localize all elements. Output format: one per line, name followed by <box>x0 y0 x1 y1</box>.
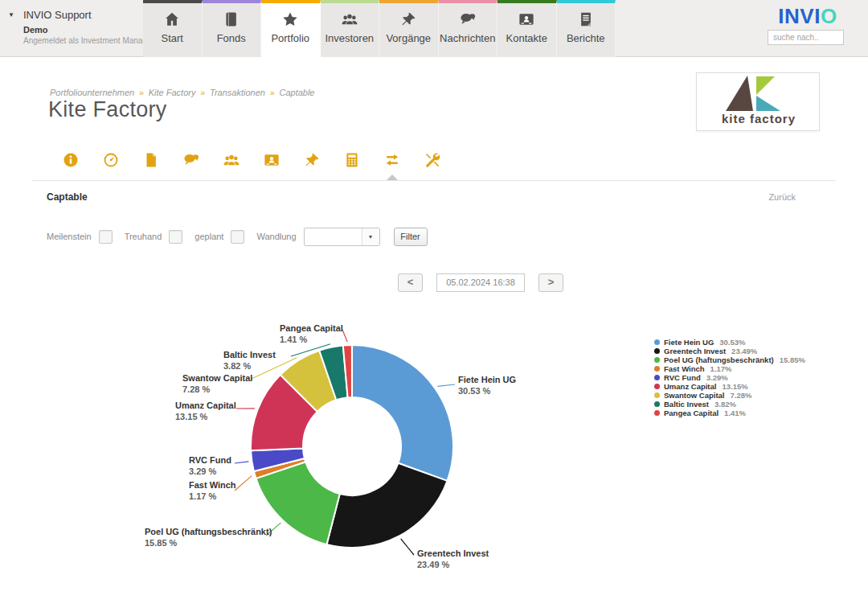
subnav-item-people[interactable] <box>223 151 240 170</box>
subnav-item-calculator[interactable] <box>343 151 361 170</box>
search-input[interactable] <box>768 30 844 45</box>
slice-label-value: 7.28 % <box>182 384 252 396</box>
legend-value: 13.15% <box>722 382 747 391</box>
legend-name: Pangea Capital <box>664 409 719 417</box>
label-connector <box>235 462 248 463</box>
slice-label-value: 23.49 % <box>417 560 489 571</box>
tab-berichte[interactable]: Berichte <box>557 0 616 57</box>
legend-item-poel-ug-haftungsbeschraenkt[interactable]: Poel UG (haftungsbeschränkt)15.85% <box>654 355 805 364</box>
tab-fonds[interactable]: Fonds <box>203 0 262 57</box>
pin-icon <box>303 158 321 171</box>
breadcrumb-separator: » <box>139 88 144 97</box>
date-navigation: < 05.02.2024 16:38 > <box>398 273 563 292</box>
legend-item-greentech-invest[interactable]: Greentech Invest23.49% <box>654 347 805 355</box>
date-next-button[interactable]: > <box>538 273 563 292</box>
account-switcher[interactable]: ▼ INVIO Support Demo Angemeldet als Inve… <box>8 9 154 45</box>
invio-logo-accent: O <box>821 4 837 28</box>
company-logo: kite factory <box>696 72 820 131</box>
star-icon <box>281 10 299 29</box>
chevron-down-icon[interactable]: ▼ <box>362 228 379 245</box>
tab-vorgaenge[interactable]: Vorgänge <box>379 0 439 57</box>
legend-value: 30.53% <box>719 338 745 347</box>
legend-value: 1.17% <box>710 364 732 373</box>
legend-marker-icon <box>654 375 660 380</box>
contact-card-icon <box>518 10 535 29</box>
slice-label-name: Umanz Capital <box>175 401 236 412</box>
slice-label-name: Fiete Hein UG <box>458 375 516 386</box>
tab-kontakte[interactable]: Kontakte <box>497 0 557 57</box>
breadcrumb-item-transaktionen[interactable]: Transaktionen <box>210 88 265 97</box>
legend-marker-icon <box>654 384 660 389</box>
exchange-icon <box>383 158 401 171</box>
breadcrumb-item-portfoliounternehmen[interactable]: Portfoliounternehmen <box>50 88 134 97</box>
donut-slice-fiete-hein-ug[interactable] <box>352 345 453 481</box>
tab-label: Kontakte <box>506 32 547 44</box>
legend-name: Fast Winch <box>664 364 705 373</box>
legend-marker-icon <box>654 410 660 416</box>
account-role-label: Angemeldet als Investment Manager <box>23 36 154 45</box>
checkbox-treuhand[interactable] <box>169 230 182 244</box>
tab-investoren[interactable]: Investoren <box>321 0 380 57</box>
legend-name: RVC Fund <box>664 373 701 382</box>
legend-item-swantow-capital[interactable]: Swantow Capital7.28% <box>654 391 805 400</box>
date-prev-button[interactable]: < <box>398 273 423 292</box>
label-connector <box>437 384 455 386</box>
slice-label-name: Swantow Capital <box>182 373 252 384</box>
app-header: ▼ INVIO Support Demo Angemeldet als Inve… <box>0 0 868 57</box>
slice-label-name: Baltic Invest <box>223 350 276 361</box>
legend-name: Poel UG (haftungsbeschränkt) <box>664 355 774 364</box>
legend-item-baltic-invest[interactable]: Baltic Invest3.82% <box>654 400 805 409</box>
slice-label-value: 1.17 % <box>189 491 236 503</box>
label-connector <box>235 476 252 491</box>
tab-start[interactable]: Start <box>143 0 203 57</box>
date-input[interactable]: 05.02.2024 16:38 <box>436 273 525 292</box>
subnav-item-exchange[interactable] <box>383 151 401 170</box>
tab-label: Berichte <box>567 32 605 44</box>
back-link[interactable]: Zurück <box>768 192 796 202</box>
subnav-item-contact-card[interactable] <box>263 151 280 170</box>
subnav-item-tools[interactable] <box>424 151 441 170</box>
legend-name: Greentech Invest <box>664 347 726 355</box>
tab-nachrichten[interactable]: Nachrichten <box>439 0 498 57</box>
report-icon <box>577 10 595 29</box>
account-demo-label: Demo <box>23 25 154 35</box>
subnav-item-pin[interactable] <box>303 151 321 170</box>
company-logo-text: kite factory <box>697 112 821 125</box>
page-title: Kite Factory <box>48 97 167 122</box>
legend-item-fiete-hein-ug[interactable]: Fiete Hein UG30.53% <box>654 338 805 347</box>
slice-label-value: 3.29 % <box>189 466 231 478</box>
subnav-item-chat[interactable] <box>182 151 200 170</box>
slice-label-name: Pangea Capital <box>280 323 343 335</box>
legend-item-rvc-fund[interactable]: RVC Fund3.29% <box>654 373 805 382</box>
legend-name: Fiete Hein UG <box>664 338 714 347</box>
legend-value: 23.49% <box>731 347 757 355</box>
legend-item-pangea-capital[interactable]: Pangea Capital1.41% <box>654 409 805 417</box>
subnav-item-document[interactable] <box>142 151 160 170</box>
wandlung-select[interactable]: ▼ <box>304 228 380 246</box>
main-nav-tabs: StartFondsPortfolioInvestorenVorgängeNac… <box>143 0 616 57</box>
checkbox-geplant[interactable] <box>231 230 244 244</box>
filter-button[interactable]: Filter <box>394 228 428 246</box>
legend-item-umanz-capital[interactable]: Umanz Capital13.15% <box>654 382 805 391</box>
donut-slice-greentech-invest[interactable] <box>327 463 448 548</box>
chart-legend: Fiete Hein UG30.53%Greentech Invest23.49… <box>654 338 805 417</box>
breadcrumb-item-kite-factory[interactable]: Kite Factory <box>149 88 196 97</box>
account-dropdown-caret-icon[interactable]: ▼ <box>8 11 14 18</box>
legend-item-fast-winch[interactable]: Fast Winch1.17% <box>654 364 805 373</box>
legend-marker-icon <box>654 339 660 345</box>
slice-label-value: 15.85 % <box>145 538 272 549</box>
info-icon <box>62 158 80 171</box>
breadcrumb-item-captable[interactable]: Captable <box>279 88 314 97</box>
subnav-item-info[interactable] <box>62 151 80 170</box>
tab-portfolio[interactable]: Portfolio <box>261 0 321 58</box>
filter-label-geplant: geplant <box>194 232 223 241</box>
account-name: INVIO Support <box>23 9 154 21</box>
legend-marker-icon <box>654 357 660 363</box>
slice-label-rvc-fund: RVC Fund3.29 % <box>189 455 231 477</box>
slice-label-value: 1.41 % <box>280 335 343 346</box>
checkbox-meilenstein[interactable] <box>99 230 113 244</box>
legend-value: 7.28% <box>730 391 751 400</box>
contact-card-icon <box>263 158 280 171</box>
filter-label-meilenstein: Meilenstein <box>47 232 92 241</box>
subnav-item-gauge[interactable] <box>102 151 120 170</box>
